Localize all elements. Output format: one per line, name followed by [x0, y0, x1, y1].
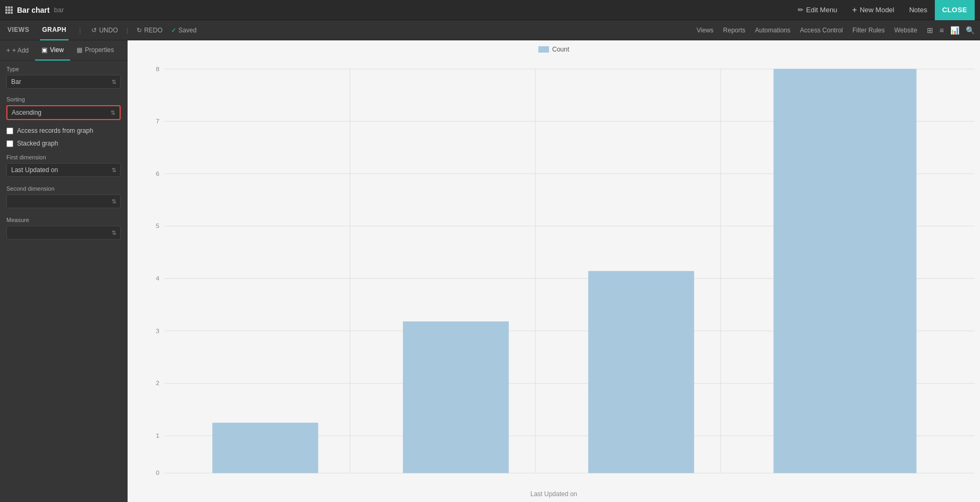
access-records-label[interactable]: Access records from graph — [17, 127, 93, 134]
app-icon — [5, 6, 13, 14]
svg-text:March 2023: March 2023 — [624, 478, 658, 478]
measure-label: Measure — [6, 217, 121, 223]
add-tab[interactable]: + + Add — [0, 40, 35, 61]
notes-button[interactable]: Notes — [902, 0, 935, 20]
checkmark-icon: ✓ — [171, 27, 176, 34]
tab-graph[interactable]: GRAPH — [40, 20, 69, 40]
legend-label: Count — [552, 46, 569, 53]
nav-website[interactable]: Website — [894, 27, 917, 34]
toolbar-icons: ⊞ ≡ 📊 🔍 — [927, 26, 975, 35]
topbar-right: ✏ Edit Menu + New Model Notes CLOSE — [790, 0, 975, 20]
main-content: + + Add ▣ View ▦ Properties Type Bar Lin… — [0, 40, 980, 502]
sidebar: + + Add ▣ View ▦ Properties Type Bar Lin… — [0, 40, 128, 502]
svg-text:1: 1 — [156, 432, 159, 439]
second-dim-section: Second dimension — [0, 181, 127, 212]
stacked-graph-label[interactable]: Stacked graph — [17, 140, 58, 147]
svg-text:May 2023: May 2023 — [442, 478, 470, 478]
access-records-row: Access records from graph — [0, 124, 127, 137]
sorting-select-wrapper: Ascending Descending — [6, 105, 121, 120]
stacked-graph-row: Stacked graph — [0, 137, 127, 150]
nav-views[interactable]: Views — [697, 27, 714, 34]
chart-legend: Count — [538, 46, 569, 53]
svg-text:3: 3 — [156, 327, 159, 334]
redo-button[interactable]: ↻ REDO — [137, 27, 163, 34]
pencil-icon: ✏ — [798, 6, 804, 14]
search-icon-button[interactable]: 🔍 — [966, 26, 975, 35]
svg-text:8: 8 — [156, 65, 159, 72]
svg-text:April 2023: April 2023 — [831, 478, 859, 478]
chart-icon-button[interactable]: 📊 — [950, 26, 959, 35]
svg-text:7: 7 — [156, 117, 159, 124]
svg-text:2: 2 — [156, 380, 159, 387]
redo-icon: ↻ — [137, 27, 142, 34]
table-icon-button[interactable]: ⊞ — [927, 26, 933, 35]
svg-text:4: 4 — [156, 275, 159, 282]
separator2: | — [126, 26, 128, 34]
legend-color-swatch — [538, 46, 549, 53]
separator: | — [79, 26, 81, 34]
second-dim-select-wrapper — [6, 194, 121, 208]
view-icon: ▣ — [41, 46, 47, 54]
bar-april[interactable] — [773, 69, 916, 473]
svg-text:6: 6 — [156, 170, 159, 177]
undo-redo-group: ↺ UNDO | ↻ REDO — [91, 26, 162, 34]
bar-march[interactable] — [588, 271, 694, 473]
close-button[interactable]: CLOSE — [935, 0, 975, 20]
sorting-label: Sorting — [6, 96, 121, 103]
first-dim-label: First dimension — [6, 154, 121, 160]
plus-icon: + — [852, 5, 857, 15]
topbar: Bar chart bar ✏ Edit Menu + New Model No… — [0, 0, 980, 20]
chart-wrapper: 8 7 6 5 4 3 2 1 — [143, 59, 980, 478]
svg-text:5: 5 — [156, 223, 159, 229]
secondbar: VIEWS GRAPH | ↺ UNDO | ↻ REDO ✓ Saved Vi… — [0, 20, 980, 40]
new-model-button[interactable]: + New Model — [844, 0, 901, 20]
measure-select-wrapper — [6, 226, 121, 240]
access-records-checkbox[interactable] — [6, 127, 13, 134]
measure-section: Measure — [0, 212, 127, 244]
app-subtitle: bar — [54, 6, 64, 14]
first-dim-section: First dimension Last Updated on — [0, 150, 127, 181]
nav-filter-rules[interactable]: Filter Rules — [852, 27, 885, 34]
second-dim-label: Second dimension — [6, 185, 121, 192]
first-dim-select[interactable]: Last Updated on — [6, 163, 121, 177]
tab-views[interactable]: VIEWS — [5, 20, 31, 40]
saved-indicator: ✓ Saved — [171, 27, 197, 34]
bar-february[interactable] — [213, 423, 318, 473]
nav-automations[interactable]: Automations — [755, 27, 791, 34]
sidebar-toolbar: + + Add ▣ View ▦ Properties — [0, 40, 127, 61]
secondbar-left: VIEWS GRAPH | ↺ UNDO | ↻ REDO ✓ Saved — [5, 20, 697, 40]
nav-reports[interactable]: Reports — [723, 27, 746, 34]
topbar-left: Bar chart bar — [5, 6, 790, 14]
properties-icon: ▦ — [77, 46, 82, 54]
list-icon-button[interactable]: ≡ — [940, 26, 944, 35]
nav-access-control[interactable]: Access Control — [800, 27, 843, 34]
bar-chart-svg: 8 7 6 5 4 3 2 1 — [143, 59, 980, 478]
second-dim-select[interactable] — [6, 194, 121, 208]
bar-may[interactable] — [403, 321, 509, 473]
sorting-select[interactable]: Ascending Descending — [7, 106, 120, 119]
grid-icon — [5, 6, 13, 14]
first-dim-select-wrapper: Last Updated on — [6, 163, 121, 177]
svg-text:February 2023: February 2023 — [244, 478, 286, 478]
type-label: Type — [6, 66, 121, 72]
stacked-graph-checkbox[interactable] — [6, 140, 13, 147]
undo-button[interactable]: ↺ UNDO — [91, 27, 117, 34]
measure-select[interactable] — [6, 226, 121, 240]
app-title: Bar chart — [17, 6, 49, 14]
type-select-wrapper: Bar Line Pie — [6, 75, 121, 89]
chart-area: Count 8 7 6 5 4 — [128, 40, 980, 502]
type-select[interactable]: Bar Line Pie — [6, 75, 121, 89]
undo-icon: ↺ — [91, 27, 97, 34]
edit-menu-button[interactable]: ✏ Edit Menu — [790, 0, 845, 20]
svg-text:0: 0 — [156, 470, 159, 477]
type-section: Type Bar Line Pie — [0, 61, 127, 93]
properties-tab[interactable]: ▦ Properties — [70, 40, 121, 61]
secondbar-right: Views Reports Automations Access Control… — [697, 26, 975, 35]
view-tab[interactable]: ▣ View — [35, 40, 70, 61]
plus-icon-add: + — [6, 47, 10, 54]
x-axis-label: Last Updated on — [530, 490, 577, 498]
sorting-section: Sorting Ascending Descending — [0, 93, 127, 124]
